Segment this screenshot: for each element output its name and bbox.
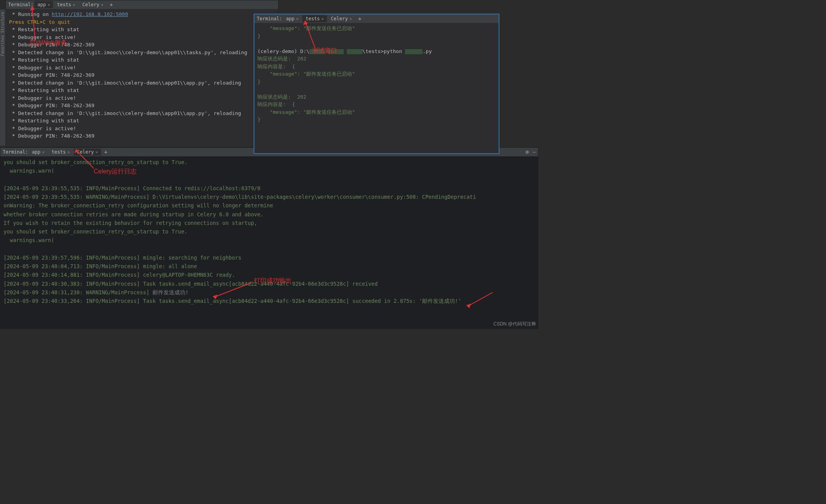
close-icon[interactable]: × bbox=[48, 2, 50, 7]
close-icon[interactable]: × bbox=[101, 2, 103, 7]
terminal-output-app[interactable]: * Running on http://192.168.8.102:5000 P… bbox=[6, 9, 278, 141]
terminal-label: Terminal: bbox=[8, 2, 34, 7]
close-icon[interactable]: × bbox=[321, 16, 324, 21]
ide-left-toolbar[interactable]: Structure Favorites bbox=[0, 9, 5, 146]
add-tab-button[interactable]: + bbox=[356, 16, 364, 22]
terminal-label: Terminal: bbox=[3, 149, 28, 155]
tab-celery[interactable]: Celery× bbox=[328, 15, 355, 22]
close-icon[interactable]: × bbox=[67, 150, 70, 155]
watermark: CSDN @代码写注释 bbox=[493, 321, 536, 327]
close-icon[interactable]: × bbox=[349, 16, 352, 21]
terminal-panel-tests: Terminal: app× tests× Celery× + "message… bbox=[254, 14, 499, 154]
tab-app[interactable]: app× bbox=[34, 1, 53, 8]
tab-tests[interactable]: tests× bbox=[302, 15, 327, 22]
tab-app[interactable]: app× bbox=[29, 149, 48, 156]
redacted bbox=[328, 49, 344, 54]
terminal-tabbar: Terminal: app× tests× Celery× + bbox=[254, 14, 499, 23]
terminal-tabbar: Terminal: app× tests× Celery× + bbox=[6, 0, 278, 9]
redacted bbox=[347, 49, 362, 54]
gear-icon[interactable]: ⚙ bbox=[526, 149, 529, 155]
sidebar-structure[interactable]: Structure bbox=[0, 12, 5, 33]
close-icon[interactable]: × bbox=[95, 150, 98, 155]
tab-tests[interactable]: tests× bbox=[54, 1, 78, 8]
add-tab-button[interactable]: + bbox=[102, 149, 110, 155]
tab-celery[interactable]: Celery× bbox=[79, 1, 107, 8]
tab-app[interactable]: app× bbox=[283, 15, 302, 22]
redacted bbox=[309, 49, 325, 54]
close-icon[interactable]: × bbox=[42, 150, 45, 155]
terminal-panel-app: Terminal: app× tests× Celery× + * Runnin… bbox=[5, 0, 279, 147]
terminal-label: Terminal: bbox=[257, 16, 282, 21]
close-icon[interactable]: × bbox=[73, 2, 75, 7]
terminal-panel-celery: Terminal: app× tests× Celery× + ⚙ — you … bbox=[0, 147, 538, 329]
sidebar-favorites[interactable]: Favorites bbox=[0, 35, 5, 56]
terminal-output-celery[interactable]: you should set broker_connection_retry_o… bbox=[0, 156, 538, 307]
minimize-icon[interactable]: — bbox=[533, 149, 536, 155]
tab-tests[interactable]: tests× bbox=[48, 149, 73, 156]
tab-celery[interactable]: Celery× bbox=[74, 149, 101, 156]
terminal-output-tests[interactable]: "message": "邮件发送任务已启动" } (celery-demo) D… bbox=[254, 23, 499, 125]
close-icon[interactable]: × bbox=[296, 16, 299, 21]
add-tab-button[interactable]: + bbox=[107, 2, 115, 8]
server-url-link[interactable]: http://192.168.8.102:5000 bbox=[52, 11, 128, 17]
redacted bbox=[405, 49, 423, 54]
